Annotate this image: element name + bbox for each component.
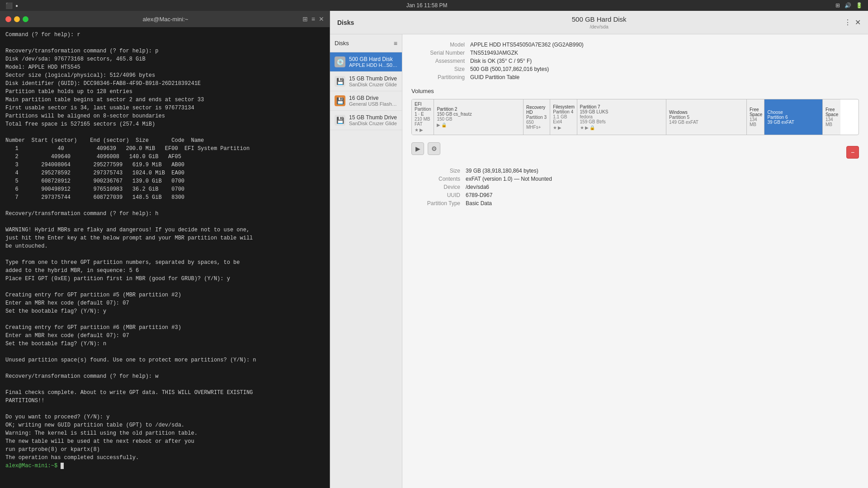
disk-sidebar: Disks ≡ 💿 500 GB Hard Disk APPLE HDD H..…	[330, 34, 402, 488]
top-bar-right: ⊞ 🔊 🔋	[835, 2, 863, 9]
gear-volume-button[interactable]: ⚙	[428, 142, 440, 155]
sidebar-item-sub-usb15b: SanDisk Cruzer Glide	[349, 121, 397, 126]
part-sub-p2: 150 GB cs_frautz	[437, 112, 520, 117]
main-layout: alex@Mac-mini:~ ⊞ ≡ ✕ Command (? for hel…	[0, 11, 868, 488]
partition-free2[interactable]: Free Space134 MB	[823, 99, 841, 135]
sidebar-menu-button[interactable]: ≡	[394, 40, 397, 47]
part-name-p3: Recovery HD	[526, 105, 547, 115]
sel-device-value: /dev/sda6	[466, 184, 489, 190]
partition-p6[interactable]: ChoosePartition 639 GB exFAT	[764, 99, 822, 135]
play-icon-p4: ▶	[558, 125, 561, 130]
sidebar-item-text-usb15b: 15 GB Thumb Drive SanDisk Cruzer Glide	[349, 114, 397, 126]
network-icon: ⊞	[835, 2, 840, 9]
sound-icon: 🔊	[844, 2, 851, 9]
assessment-label: Assessment	[411, 58, 470, 64]
window-close-button[interactable]: ✕	[319, 15, 324, 23]
star-icon-p4: ★	[553, 125, 557, 130]
disk-panel: Disks 500 GB Hard Disk /dev/sda ⋮ ✕ Disk…	[330, 11, 868, 488]
partitioning-label: Partitioning	[411, 74, 470, 80]
sidebar-title: Disks	[335, 40, 349, 47]
more-options-button[interactable]: ⋮	[844, 18, 851, 27]
sidebar-item-usb15a[interactable]: 💾 15 GB Thumb Drive SanDisk Cruzer Glide	[330, 72, 402, 91]
size-row: Size 500 GB (500,107,862,016 bytes)	[411, 66, 859, 72]
part-icons-p7: ★▶🔒	[580, 125, 664, 130]
sidebar-item-sub-hdd500: APPLE HDD H...S050A7E362	[349, 62, 397, 68]
play-volume-button[interactable]: ▶	[411, 142, 424, 155]
part-icons-p4: ★▶	[553, 125, 574, 130]
part-name-p5: Windows	[669, 110, 744, 115]
serial-row: Serial Number TNS51949JAMGZK	[411, 50, 859, 56]
star-icon-p7: ★	[580, 125, 584, 130]
sidebar-item-hdd500[interactable]: 💿 500 GB Hard Disk APPLE HDD H...S050A7E…	[330, 52, 402, 72]
model-value: APPLE HDD HTS545050A7E362 (GG2AB990)	[470, 42, 584, 48]
disk-header-icons: ⋮ ✕	[844, 18, 861, 27]
top-bar-date: Jan 16 11:58 PM	[406, 2, 448, 9]
sel-size-row: Size 39 GB (38,918,180,864 bytes)	[411, 168, 859, 174]
minimize-button[interactable]	[14, 16, 20, 22]
sidebar-item-usb16[interactable]: 💾 16 GB Drive General USB Flash Disk	[330, 91, 402, 111]
part-size-p7: fedora	[580, 114, 664, 119]
disk-main-content: Model APPLE HDD HTS545050A7E362 (GG2AB99…	[402, 34, 868, 488]
sidebar-item-sub-usb15a: SanDisk Cruzer Glide	[349, 82, 397, 87]
part-sub-p4: Partition 4	[553, 109, 574, 114]
disk-title: 500 GB Hard Disk	[572, 15, 627, 23]
partition-p4[interactable]: FilesystemPartition 41.1 GB Ext4★▶	[550, 99, 577, 135]
disk-info-section: Model APPLE HDD HTS545050A7E362 (GG2AB99…	[411, 42, 859, 80]
sidebar-item-icon-usb15a: 💾	[335, 76, 345, 87]
sel-contents-value: exFAT (version 1.0) — Not Mounted	[466, 176, 552, 182]
part-size-free2: 134 MB	[826, 117, 838, 127]
terminal-content[interactable]: Command (? for help): r Recovery/transfo…	[0, 27, 330, 488]
sel-device-label: Device	[411, 184, 466, 190]
sidebar-item-name-usb16: 16 GB Drive	[349, 95, 397, 101]
part-name-p2: Partition 2	[437, 107, 520, 112]
grid-icon-button[interactable]: ⊞	[302, 15, 308, 23]
partition-efi[interactable]: EFIPartition 1 · E210 MB FAT★▶	[412, 99, 434, 135]
disk-path: /dev/sda	[590, 24, 609, 29]
sel-size-label: Size	[411, 168, 466, 174]
sidebar-item-icon-usb16: 💾	[335, 95, 345, 106]
terminal-controls	[5, 16, 28, 22]
selected-vol-info: Size 39 GB (38,918,180,864 bytes) Conten…	[411, 168, 859, 206]
close-disk-button[interactable]: ✕	[855, 18, 861, 27]
part-icons-p2: ▶🔒	[437, 122, 520, 127]
remove-volume-button[interactable]: −	[846, 146, 859, 159]
close-button[interactable]	[5, 16, 11, 22]
partition-p7[interactable]: Partition 7159 GB LUKSfedora159 GB Btrfs…	[577, 99, 667, 135]
sel-contents-label: Contents	[411, 176, 466, 182]
part-size-p4: 1.1 GB Ext4	[553, 114, 574, 124]
partition-p3[interactable]: Recovery HDPartition 3650 MHFs+	[524, 99, 550, 135]
partition-bar: EFIPartition 1 · E210 MB FAT★▶Partition …	[411, 99, 859, 135]
sidebar-item-name-usb15a: 15 GB Thumb Drive	[349, 75, 397, 82]
indicator-dot: ●	[15, 3, 18, 8]
part-size-free1: 134 MB	[750, 117, 762, 127]
play-icon-efi: ▶	[420, 127, 423, 132]
sidebar-item-name-hdd500: 500 GB Hard Disk	[349, 56, 397, 62]
partition-p2[interactable]: Partition 2150 GB cs_frautz150 GB▶🔒	[434, 99, 524, 135]
part-name-free1: Free Space	[750, 107, 762, 117]
lock-icon-p7: 🔒	[590, 125, 595, 130]
size-label: Size	[411, 66, 470, 72]
volumes-title: Volumes	[411, 88, 859, 94]
sel-partition-type-value: Basic Data	[466, 200, 492, 206]
play-icon-p2: ▶	[437, 122, 440, 127]
part-icons-efi: ★▶	[415, 127, 431, 132]
sidebar-item-sub-usb16: General USB Flash Disk	[349, 101, 397, 107]
partition-p5[interactable]: WindowsPartition 5149 GB exFAT	[666, 99, 747, 135]
menu-icon-button[interactable]: ≡	[311, 15, 315, 23]
sidebar-item-name-usb15b: 15 GB Thumb Drive	[349, 114, 397, 121]
sidebar-item-text-hdd500: 500 GB Hard Disk APPLE HDD H...S050A7E36…	[349, 56, 397, 68]
disk-utility-title: Disks	[337, 19, 354, 26]
star-icon-efi: ★	[415, 127, 419, 132]
maximize-button[interactable]	[23, 16, 28, 22]
part-name-p6: Choose	[767, 110, 819, 115]
top-bar-left: ⬛ ●	[5, 2, 18, 9]
size-value: 500 GB (500,107,862,016 bytes)	[470, 66, 549, 72]
sidebar-item-usb15b[interactable]: 💾 15 GB Thumb Drive SanDisk Cruzer Glide	[330, 111, 402, 130]
partition-free1[interactable]: Free Space134 MB	[747, 99, 765, 135]
part-size-efi: 210 MB FAT	[415, 117, 431, 127]
partitioning-row: Partitioning GUID Partition Table	[411, 74, 859, 80]
assessment-row: Assessment Disk is OK (35° C / 95° F)	[411, 58, 859, 64]
part-name-efi: EFI	[415, 102, 431, 107]
part-extra-p7: 159 GB Btrfs	[580, 119, 664, 124]
sidebar-item-text-usb16: 16 GB Drive General USB Flash Disk	[349, 95, 397, 107]
